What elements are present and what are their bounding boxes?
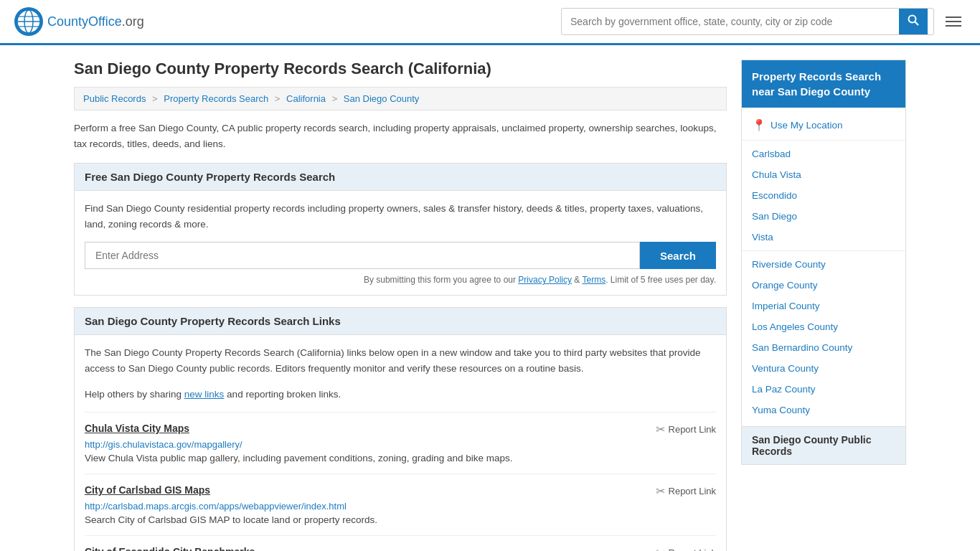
search-icon <box>908 14 919 26</box>
new-links-link[interactable]: new links <box>184 389 225 400</box>
links-description2: Help others by sharing new links and rep… <box>85 387 716 402</box>
use-location-link[interactable]: Use My Location <box>771 120 843 131</box>
free-search-body: Find San Diego County residential proper… <box>75 191 726 295</box>
link-url-0[interactable]: http://gis.chulavistaca.gov/mapgallery/ <box>85 439 716 450</box>
page-title: San Diego County Property Records Search… <box>74 60 727 78</box>
links-body: The San Diego County Property Records Se… <box>75 335 726 551</box>
sidebar-item-carlsbad[interactable]: Carlsbad <box>742 143 905 164</box>
link-title-2[interactable]: City of Escondido City Benchmarks <box>85 546 255 551</box>
link-item-header: City of Escondido City Benchmarks ✂ Repo… <box>85 546 716 551</box>
free-search-heading: Free San Diego County Property Records S… <box>75 164 726 191</box>
report-link-0[interactable]: ✂ Report Link <box>656 423 716 436</box>
breadcrumb-property-records-search[interactable]: Property Records Search <box>164 93 268 104</box>
nearby-body: 📍 Use My Location Carlsbad Chula Vista E… <box>742 108 905 426</box>
main-container: San Diego County Property Records Search… <box>60 45 920 551</box>
logo[interactable]: CountyOffice.org <box>14 7 144 36</box>
public-records-header: San Diego County Public Records <box>742 426 905 464</box>
divider <box>742 140 905 141</box>
form-note: By submitting this form you agree to our… <box>85 275 716 285</box>
breadcrumb-california[interactable]: California <box>286 93 326 104</box>
sidebar-item-la-paz-county[interactable]: La Paz County <box>742 379 905 400</box>
global-search-input[interactable] <box>562 10 899 33</box>
sidebar-item-imperial-county[interactable]: Imperial County <box>742 296 905 316</box>
sidebar-item-los-angeles-county[interactable]: Los Angeles County <box>742 316 905 337</box>
link-desc-0: View Chula Vista public map gallery, inc… <box>85 453 716 463</box>
report-icon-0: ✂ <box>656 423 665 436</box>
sidebar-item-yuma-county[interactable]: Yuma County <box>742 400 905 420</box>
sidebar-item-ventura-county[interactable]: Ventura County <box>742 358 905 379</box>
report-icon-2: ✂ <box>656 546 665 551</box>
link-item-header: City of Carlsbad GIS Maps ✂ Report Link <box>85 484 716 498</box>
link-item: Chula Vista City Maps ✂ Report Link http… <box>85 412 716 474</box>
sidebar-item-vista[interactable]: Vista <box>742 227 905 248</box>
sidebar-item-orange-county[interactable]: Orange County <box>742 275 905 296</box>
sidebar-item-riverside-county[interactable]: Riverside County <box>742 254 905 275</box>
sidebar-item-escondido[interactable]: Escondido <box>742 185 905 206</box>
location-icon: 📍 <box>752 118 766 132</box>
link-url-1[interactable]: http://carlsbad.maps.arcgis.com/apps/web… <box>85 501 716 512</box>
site-header: CountyOffice.org <box>0 0 980 45</box>
link-item: City of Escondido City Benchmarks ✂ Repo… <box>85 535 716 551</box>
links-section: San Diego County Property Records Search… <box>74 307 727 551</box>
report-link-1[interactable]: ✂ Report Link <box>656 484 716 498</box>
divider <box>742 250 905 251</box>
report-link-2[interactable]: ✂ Report Link <box>656 546 716 551</box>
link-item: City of Carlsbad GIS Maps ✂ Report Link … <box>85 474 716 535</box>
content-area: San Diego County Property Records Search… <box>74 60 727 551</box>
breadcrumb-public-records[interactable]: Public Records <box>83 93 146 104</box>
free-search-description: Find San Diego County residential proper… <box>85 201 716 232</box>
link-title-1[interactable]: City of Carlsbad GIS Maps <box>85 484 210 496</box>
header-right <box>561 8 966 35</box>
page-description: Perform a free San Diego County, CA publ… <box>74 121 727 151</box>
address-search-button[interactable]: Search <box>640 242 716 269</box>
free-search-section: Free San Diego County Property Records S… <box>74 163 727 296</box>
menu-button[interactable] <box>941 12 966 31</box>
link-item-header: Chula Vista City Maps ✂ Report Link <box>85 423 716 436</box>
link-desc-1: Search City of Carlsbad GIS MAP to locat… <box>85 514 716 525</box>
links-description1: The San Diego County Property Records Se… <box>85 345 716 376</box>
address-input[interactable] <box>85 242 640 269</box>
sidebar-item-san-diego[interactable]: San Diego <box>742 206 905 227</box>
logo-name: CountyOffice.org <box>47 14 144 29</box>
link-title-0[interactable]: Chula Vista City Maps <box>85 423 189 434</box>
sidebar-item-chula-vista[interactable]: Chula Vista <box>742 164 905 185</box>
global-search-bar <box>561 8 934 35</box>
breadcrumb-san-diego-county[interactable]: San Diego County <box>344 93 420 104</box>
terms-link[interactable]: Terms <box>582 275 606 285</box>
logo-icon <box>14 7 43 36</box>
sidebar: Property Records Search near San Diego C… <box>741 60 906 551</box>
nearby-sidebar-box: Property Records Search near San Diego C… <box>741 60 906 465</box>
nearby-header: Property Records Search near San Diego C… <box>742 60 905 108</box>
links-heading: San Diego County Property Records Search… <box>75 308 726 335</box>
svg-line-8 <box>915 22 918 25</box>
privacy-policy-link[interactable]: Privacy Policy <box>518 275 572 285</box>
use-my-location[interactable]: 📍 Use My Location <box>742 113 905 137</box>
global-search-button[interactable] <box>899 9 928 34</box>
address-form: Search <box>85 242 716 269</box>
sidebar-item-san-bernardino-county[interactable]: San Bernardino County <box>742 337 905 358</box>
breadcrumb: Public Records > Property Records Search… <box>74 87 727 110</box>
report-icon-1: ✂ <box>656 484 665 498</box>
